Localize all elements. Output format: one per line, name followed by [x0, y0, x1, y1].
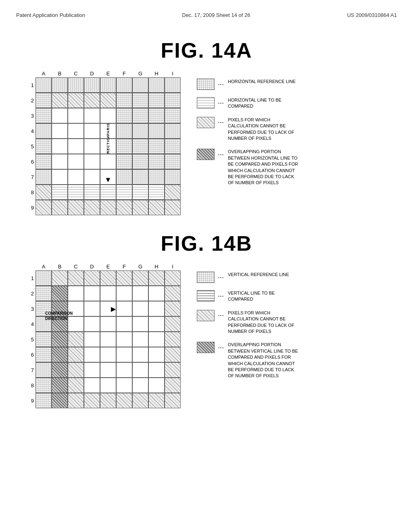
fig14b-legend: ··· VERTICAL REFERENCE LINE ··· VERTICAL…	[197, 272, 300, 379]
legend-text-overlap: OVERLAPPING PORTION BETWEEN HORIZONTAL L…	[228, 149, 300, 186]
legend-item-vert-ref: ··· VERTICAL REFERENCE LINE	[197, 272, 300, 283]
header-left: Patent Application Publication	[16, 12, 85, 18]
grid-row: 3	[24, 108, 181, 123]
fig14a-grid: A B C D E F G H I 1	[24, 71, 181, 215]
legend-text-vert-compare: VERTICAL LINE TO BE COMPARED	[228, 290, 300, 303]
grid-row: 4 COMPARISON	[24, 123, 181, 139]
fig14a-legend: ··· HORIZONTAL REFERENCE LINE ··· HORIZO…	[197, 79, 300, 186]
page-header: Patent Application Publication Dec. 17, …	[16, 8, 397, 26]
grid-row: 2	[24, 286, 181, 301]
grid-row: 9	[24, 200, 181, 215]
grid-row: 7	[24, 362, 181, 378]
fig14b-title: FIG. 14B	[16, 231, 397, 256]
legend-item-vert-compare: ··· VERTICAL LINE TO BE COMPARED	[197, 290, 300, 303]
fig14b-section: A B C D E F G H I 1	[16, 264, 397, 408]
fig14a-section: A B C D E F G H I 1	[16, 71, 397, 215]
grid-row: 8	[24, 185, 181, 200]
legend-item-vert-overlap: ··· OVERLAPPING PORTION BETWEEN VERTICAL…	[197, 342, 300, 379]
grid-row: 9	[24, 393, 181, 408]
legend-item-pixels-no-calc: ··· PIXELS FOR WHICH CALCULATION CANNOT …	[197, 117, 300, 142]
fig14a-title: FIG. 14A	[16, 38, 397, 62]
legend-item-ref-line: ··· HORIZONTAL REFERENCE LINE	[197, 79, 300, 90]
legend-item-vert-pixels-no-calc: ··· PIXELS FOR WHICH CALCULATION CANNOT …	[197, 310, 300, 335]
comparison-direction-label-14b: COMPARISON DIRECTION	[45, 311, 73, 321]
legend-text-horiz-compare: HORIZONTAL LINE TO BE COMPARED	[228, 97, 300, 110]
legend-text-vert-ref: VERTICAL REFERENCE LINE	[228, 272, 289, 278]
grid-row: 1	[24, 77, 181, 93]
grid-row: 6	[24, 154, 181, 169]
legend-text-vert-overlap: OVERLAPPING PORTION BETWEEN VERTICAL LIN…	[228, 342, 300, 379]
grid-row: 6	[24, 347, 181, 362]
grid-rows-14b: 1	[24, 270, 181, 408]
grid-row: 7 ▼	[24, 169, 181, 185]
header-right: US 2009/0310864 A1	[347, 12, 397, 18]
grid-row: 8	[24, 378, 181, 393]
legend-text-pixels-no-calc: PIXELS FOR WHICH CALCULATION CANNOT BE P…	[228, 117, 300, 142]
page: Patent Application Publication Dec. 17, …	[0, 0, 413, 532]
grid-row: 5	[24, 332, 181, 347]
col-labels-14b: A B C D E F G H I	[35, 264, 181, 270]
legend-item-horiz-compare: ··· HORIZONTAL LINE TO BE COMPARED	[197, 97, 300, 110]
legend-text-ref-line: HORIZONTAL REFERENCE LINE	[228, 79, 296, 85]
header-middle: Dec. 17, 2009 Sheet 14 of 26	[182, 12, 250, 18]
grid-rows-14a: 1	[24, 77, 181, 215]
grid-row: 2	[24, 93, 181, 108]
fig14b-grid: A B C D E F G H I 1	[24, 264, 181, 408]
grid-row: 5 DIRECTION	[24, 139, 181, 154]
legend-text-vert-pixels-no-calc: PIXELS FOR WHICH CALCULATION CANNOT BE P…	[228, 310, 300, 335]
col-labels-14a: A B C D E F G H I	[35, 71, 181, 77]
legend-item-overlap: ··· OVERLAPPING PORTION BETWEEN HORIZONT…	[197, 149, 300, 186]
grid-row: 1	[24, 270, 181, 286]
